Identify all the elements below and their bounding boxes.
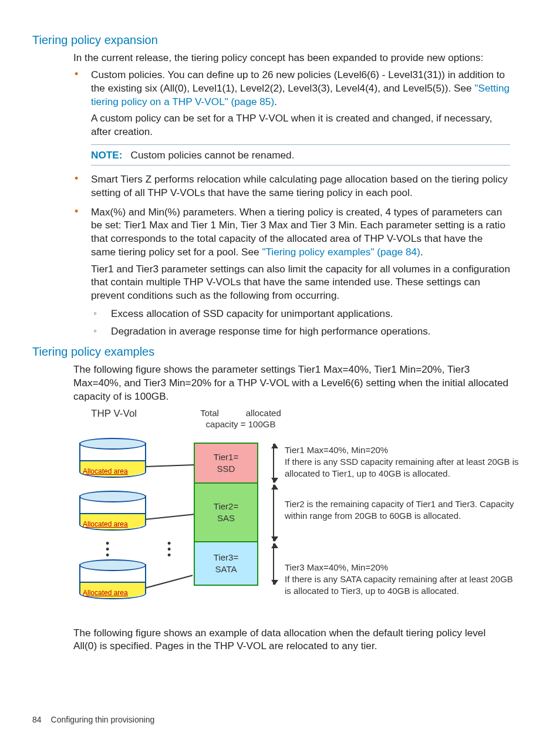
dots-1: ••• [106,541,110,558]
intro-paragraph: In the current release, the tiering poli… [73,51,510,65]
note-box: NOTE:Custom policies cannot be renamed. [91,144,510,166]
sub-bullet-response-time: Degradation in average response time for… [91,325,510,338]
bullet1-paragraph2: A custom policy can be set for a THP V-V… [91,112,510,138]
bullet-custom-policies: Custom policies. You can define up to 26… [73,68,510,166]
tier-stack: Tier1= SSD Tier2= SAS Tier3= SATA [194,443,258,586]
tier2-text: Tier2 is the remaining capacity of Tier1… [285,498,519,522]
sub-bullet-ssd: Excess allocation of SSD capacity for un… [91,307,510,320]
footer-title: Configuring thin provisioning [51,715,155,724]
connector-2 [145,514,194,520]
dots-2: ••• [167,541,172,558]
arrow-tier1 [273,444,274,482]
bullet1-text-a: Custom policies. You can define up to 26… [91,69,505,94]
figure-total-capacity: Total allocated capacity = 100GB [185,407,296,431]
figure-vvol-label: THP V-Vol [91,407,137,420]
tier2-box: Tier2= SAS [194,484,258,542]
alloc-label-2: Allocated area [83,520,128,529]
tiering-figure: THP V-Vol Total allocated capacity = 100… [73,410,508,616]
arrow-tier2 [273,485,274,541]
page-number: 84 [32,715,42,724]
tier1-box: Tier1= SSD [194,443,258,484]
tier3-box: Tier3= SATA [194,542,258,586]
arrow-tier3 [273,544,274,585]
bullet3-paragraph2: Tier1 and Tier3 parameter settings can a… [91,262,510,302]
heading-tiering-examples: Tiering policy examples [32,344,510,359]
bullet3-text-b: . [420,246,423,258]
connector-1 [145,464,194,467]
bullet-smart-tiers: Smart Tiers Z performs relocation while … [73,173,510,199]
connector-3 [145,575,193,589]
vvol-cylinder-2: Allocated area [79,495,144,532]
link-tiering-policy-examples[interactable]: "Tiering policy examples" (page 84) [262,246,420,258]
totcap-line1: Total allocated [200,408,281,418]
totcap-line2: capacity = 100GB [206,419,276,429]
note-text: Custom policies cannot be renamed. [130,149,294,161]
vvol-cylinder-1: Allocated area [79,443,144,479]
page-footer: 84Configuring thin provisioning [32,714,154,725]
alloc-label-1: Allocated area [83,467,128,477]
after-figure-paragraph: The following figure shows an example of… [73,626,510,653]
alloc-label-3: Allocated area [83,589,128,598]
heading-tiering-expansion: Tiering policy expansion [32,32,510,48]
vvol-cylinder-3: Allocated area [79,564,144,600]
tier3-text: Tier3 Max=40%, Min=20% If there is any S… [285,562,519,598]
examples-intro: The following figure shows the parameter… [73,363,510,403]
note-label: NOTE: [91,149,122,161]
bullet1-text-b: . [274,96,277,107]
arrow-column [266,443,284,586]
bullet-max-min: Max(%) and Min(%) parameters. When a tie… [73,205,510,338]
tier1-text: Tier1 Max=40%, Min=20% If there is any S… [285,444,519,480]
